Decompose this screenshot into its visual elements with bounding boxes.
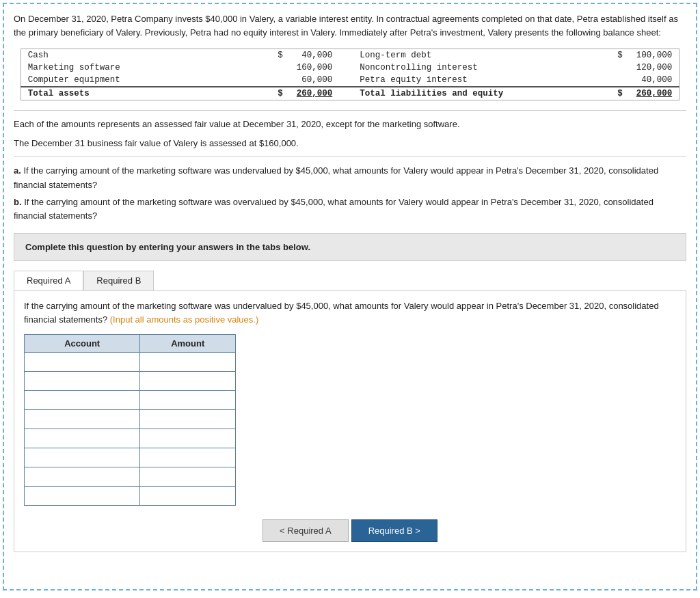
- bs-right-amt-3: 40,000: [630, 74, 679, 87]
- amount-cell-5[interactable]: [140, 429, 236, 448]
- table-row: [25, 410, 236, 429]
- account-input-1[interactable]: [25, 353, 139, 371]
- question-a-bold: a.: [14, 165, 21, 176]
- amount-cell-4[interactable]: [140, 410, 236, 429]
- bs-right-amt-total: 260,000: [630, 87, 679, 100]
- account-cell-2[interactable]: [25, 372, 140, 391]
- fair-value-text-1: Each of the amounts represents an assess…: [14, 118, 686, 131]
- complete-box-text: Complete this question by entering your …: [25, 242, 310, 252]
- account-input-6[interactable]: [25, 448, 139, 467]
- balance-sheet-table: Cash $ 40,000 Long-term debt $ 100,000 M…: [21, 49, 679, 100]
- bs-row-1: Cash $ 40,000 Long-term debt $ 100,000: [21, 49, 679, 62]
- required-a-prompt: If the carrying amount of the marketing …: [24, 299, 676, 326]
- amount-cell-7[interactable]: [140, 467, 236, 487]
- bs-left-label-total: Total assets: [21, 87, 271, 100]
- bs-left-label-1: Cash: [21, 49, 271, 62]
- bs-right-amt-1: 100,000: [630, 49, 679, 62]
- bs-row-2: Marketing software 160,000 Noncontrollin…: [21, 62, 679, 74]
- question-a: a. If the carrying amount of the marketi…: [14, 164, 686, 193]
- bs-left-amt-2: 160,000: [290, 62, 340, 74]
- amount-input-4[interactable]: [140, 410, 235, 429]
- table-row: [25, 467, 236, 487]
- bs-left-sym-3: [271, 74, 290, 87]
- table-row: [25, 372, 236, 391]
- bs-right-label-total: Total liabilities and equity: [353, 87, 610, 100]
- bs-left-label-2: Marketing software: [21, 62, 271, 74]
- tab-content: If the carrying amount of the marketing …: [14, 290, 686, 552]
- fair-value-text-2: The December 31 business fair value of V…: [14, 137, 686, 150]
- bs-row-total: Total assets $ 260,000 Total liabilities…: [21, 87, 679, 100]
- separator-1: [14, 110, 686, 111]
- tab-required-a[interactable]: Required A: [14, 271, 83, 290]
- account-cell-3[interactable]: [25, 391, 140, 410]
- account-input-5[interactable]: [25, 429, 139, 448]
- bs-left-sym-2: [271, 62, 290, 74]
- bs-row-3: Computer equipment 60,000 Petra equity i…: [21, 74, 679, 87]
- account-cell-4[interactable]: [25, 410, 140, 429]
- prev-button[interactable]: < Required A: [262, 519, 349, 542]
- tab-required-b[interactable]: Required B: [83, 271, 154, 290]
- account-cell-7[interactable]: [25, 467, 140, 487]
- col-amount: Amount: [140, 335, 236, 353]
- amount-cell-6[interactable]: [140, 448, 236, 467]
- account-cell-8[interactable]: [25, 487, 140, 506]
- page-container: On December 31, 2020, Petra Company inve…: [3, 3, 697, 590]
- col-account: Account: [25, 335, 140, 353]
- table-row: [25, 391, 236, 410]
- amount-input-8[interactable]: [140, 487, 235, 505]
- bs-right-amt-2: 120,000: [630, 62, 679, 74]
- answer-table: Account Amount: [24, 334, 236, 506]
- account-cell-5[interactable]: [25, 429, 140, 448]
- bs-right-sym-3: [610, 74, 630, 87]
- bs-left-amt-total: 260,000: [290, 87, 340, 100]
- amount-input-2[interactable]: [140, 372, 235, 390]
- required-a-orange-text: (Input all amounts as positive values.): [110, 314, 259, 325]
- bs-right-sym-total: $: [610, 87, 630, 100]
- account-input-4[interactable]: [25, 410, 139, 429]
- bs-right-label-2: Noncontrolling interest: [353, 62, 610, 74]
- table-row: [25, 429, 236, 448]
- nav-buttons: < Required A Required B >: [24, 519, 676, 542]
- amount-cell-8[interactable]: [140, 487, 236, 506]
- bs-left-sym-1: $: [271, 49, 290, 62]
- amount-cell-1[interactable]: [140, 353, 236, 372]
- bs-left-label-3: Computer equipment: [21, 74, 271, 87]
- table-row: [25, 448, 236, 467]
- table-row: [25, 353, 236, 372]
- amount-input-3[interactable]: [140, 391, 235, 409]
- account-input-8[interactable]: [25, 487, 139, 505]
- bs-right-sym-2: [610, 62, 630, 74]
- bs-left-amt-1: 40,000: [290, 49, 340, 62]
- tabs-row: Required A Required B: [14, 271, 686, 290]
- answer-table-header: Account Amount: [25, 335, 236, 353]
- amount-input-6[interactable]: [140, 448, 235, 467]
- bs-left-amt-3: 60,000: [290, 74, 340, 87]
- question-a-text: If the carrying amount of the marketing …: [14, 165, 658, 190]
- next-button[interactable]: Required B >: [351, 519, 438, 542]
- question-b-text: If the carrying amount of the marketing …: [14, 197, 654, 221]
- account-cell-1[interactable]: [25, 353, 140, 372]
- separator-2: [14, 157, 686, 157]
- question-b-bold: b.: [14, 197, 22, 207]
- complete-box: Complete this question by entering your …: [14, 233, 686, 261]
- amount-input-7[interactable]: [140, 467, 235, 486]
- bs-right-label-3: Petra equity interest: [353, 74, 610, 87]
- bs-right-sym-1: $: [610, 49, 630, 62]
- account-input-3[interactable]: [25, 391, 139, 409]
- amount-cell-3[interactable]: [140, 391, 236, 410]
- intro-paragraph: On December 31, 2020, Petra Company inve…: [14, 12, 686, 39]
- bs-left-sym-total: $: [271, 87, 290, 100]
- account-cell-6[interactable]: [25, 448, 140, 467]
- questions-section: a. If the carrying amount of the marketi…: [14, 164, 686, 223]
- table-row: [25, 487, 236, 506]
- question-b: b. If the carrying amount of the marketi…: [14, 195, 686, 224]
- amount-cell-2[interactable]: [140, 372, 236, 391]
- amount-input-1[interactable]: [140, 353, 235, 371]
- amount-input-5[interactable]: [140, 429, 235, 448]
- account-input-7[interactable]: [25, 467, 139, 486]
- bs-right-label-1: Long-term debt: [353, 49, 610, 62]
- account-input-2[interactable]: [25, 372, 139, 390]
